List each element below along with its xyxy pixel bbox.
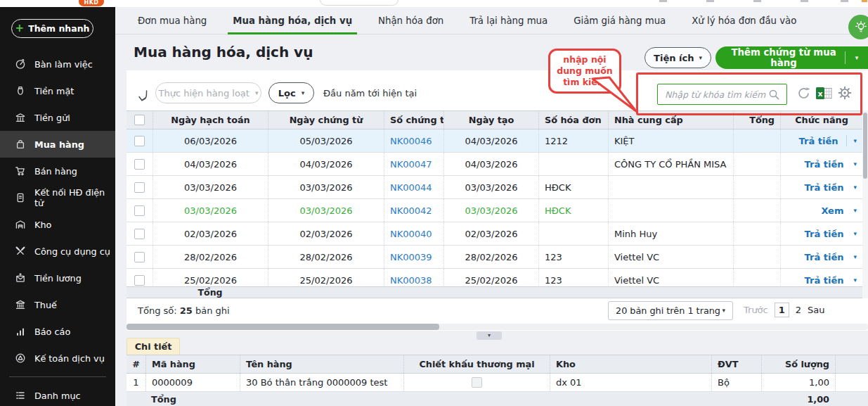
refresh-icon[interactable] xyxy=(796,86,811,103)
select-all-checkbox[interactable] xyxy=(134,115,145,125)
row-action-caret[interactable]: ▾ xyxy=(853,277,857,284)
sidebar-item[interactable]: Báo cáo xyxy=(0,318,115,345)
table-row[interactable]: 02/03/202602/03/2026NK0004002/03/2026Min… xyxy=(127,222,862,246)
supplier-cell: CÔNG TY CỔ PHẦN MISA xyxy=(608,153,733,175)
row-action-link[interactable]: Trả tiền xyxy=(805,182,844,193)
document-number-link[interactable]: NK00047 xyxy=(390,159,432,170)
tab[interactable]: Mua hàng hóa, dịch vụ xyxy=(233,7,352,34)
document-number-cell: NK00040 xyxy=(384,222,443,245)
row-checkbox[interactable] xyxy=(134,136,145,146)
excel-export-icon[interactable]: x xyxy=(816,87,833,101)
add-purchase-document-button[interactable]: Thêm chứng từ mua hàng ▾ xyxy=(715,46,868,69)
row-checkbox[interactable] xyxy=(134,229,145,239)
next-page-button[interactable]: Sau xyxy=(808,305,824,315)
row-checkbox[interactable] xyxy=(134,252,145,262)
row-action-link[interactable]: Trả tiền xyxy=(805,159,844,170)
row-action-caret[interactable]: ▾ xyxy=(853,184,857,191)
row-action-link[interactable]: Trả tiền xyxy=(805,252,844,262)
row-action-caret[interactable]: ▾ xyxy=(853,230,857,237)
prev-page-button[interactable]: Trước xyxy=(744,305,768,315)
action-cell: Trả tiền▾ xyxy=(780,269,862,286)
row-action-caret[interactable]: ▾ xyxy=(853,160,857,167)
sidebar-item[interactable]: Danh mục xyxy=(0,382,115,406)
vertical-scrollbar-thumb[interactable] xyxy=(863,113,867,179)
trade-discount-cell xyxy=(403,374,550,391)
batch-actions-button[interactable]: Thực hiện hàng loạt ▾ xyxy=(155,82,261,103)
sidebar-item[interactable]: Bán hàng xyxy=(0,158,115,184)
detail-row[interactable]: 1000000930 Bó thân trắng 0000009 testdx … xyxy=(127,374,868,392)
table-row[interactable]: 04/03/202604/03/2026NK0004704/03/2026CÔN… xyxy=(127,153,862,176)
sidebar-item[interactable]: Kế toán dịch vụ xyxy=(0,345,115,372)
tab[interactable]: Đơn mua hàng xyxy=(138,7,207,34)
tab[interactable]: Trả lại hàng mua xyxy=(469,7,548,34)
table-row[interactable]: 06/03/202605/03/2026NK0004604/03/2026121… xyxy=(127,129,862,153)
row-checkbox[interactable] xyxy=(134,159,145,170)
sidebar-item[interactable]: Thuế xyxy=(0,291,115,318)
item-name-cell: 30 Bó thân trắng 0000009 test xyxy=(240,374,403,391)
top-icon-sliver xyxy=(659,0,667,2)
table-row[interactable]: 03/03/202603/03/2026NK0004203/03/2026HĐC… xyxy=(127,199,862,222)
row-action-link[interactable]: Trả tiền xyxy=(805,275,844,286)
table-row[interactable]: 03/03/202603/03/2026NK0004403/03/2026HĐC… xyxy=(127,176,862,199)
export-download-icon[interactable] xyxy=(137,89,150,107)
tab[interactable]: Nhận hóa đơn xyxy=(378,7,443,34)
utilities-button[interactable]: Tiện ích ▾ xyxy=(644,47,711,68)
sidebar-item[interactable]: Công cụ dụng cụ xyxy=(0,238,115,265)
row-action-caret[interactable]: ▾ xyxy=(853,253,857,260)
pager: Trước 1 2 Sau xyxy=(744,303,824,317)
document-number-link[interactable]: NK00040 xyxy=(390,229,432,239)
tab[interactable]: Xử lý hóa đơn đầu vào xyxy=(692,7,796,34)
document-number-link[interactable]: NK00044 xyxy=(390,182,432,193)
sidebar-item[interactable]: Kết nối HĐ điện tử xyxy=(0,184,115,211)
detail-summary-spacer xyxy=(240,392,403,406)
document-number-link[interactable]: NK00038 xyxy=(390,275,432,286)
annotation-callout: nhập nội dung muốn tìm kiềm xyxy=(548,49,621,94)
document-date-cell: 05/03/2026 xyxy=(268,129,384,152)
table-row[interactable]: 25/02/202625/02/2026NK0003825/02/2026123… xyxy=(127,269,862,286)
document-number-link[interactable]: NK00046 xyxy=(390,136,432,146)
sidebar-item[interactable]: Tiền mặt xyxy=(0,77,115,104)
document-number-link[interactable]: NK00042 xyxy=(390,205,432,216)
sidebar-item[interactable]: Kho xyxy=(0,211,115,238)
gear-icon[interactable] xyxy=(838,86,852,102)
sidebar-item[interactable]: Bàn làm việc xyxy=(0,51,115,77)
table-row[interactable]: 28/02/202628/02/2026NK0003928/02/2026123… xyxy=(127,246,862,269)
row-checkbox[interactable] xyxy=(134,205,145,216)
column-header: Ngày tạo xyxy=(443,111,538,129)
row-checkbox-cell xyxy=(127,199,153,222)
trade-discount-checkbox[interactable] xyxy=(472,377,482,388)
row-action-caret[interactable]: ▾ xyxy=(853,137,857,144)
filter-button[interactable]: Lọc ▾ xyxy=(268,82,314,103)
page-2-button[interactable]: 2 xyxy=(796,305,801,315)
horizontal-scrollbar[interactable] xyxy=(127,324,868,330)
quick-add-button[interactable]: + Thêm nhanh xyxy=(11,19,93,38)
vertical-scrollbar[interactable] xyxy=(862,110,868,298)
tab[interactable]: Giảm giá hàng mua xyxy=(574,7,666,34)
top-icon-sliver xyxy=(841,0,848,2)
detail-collapse-button[interactable]: ▾ xyxy=(477,331,502,340)
tab-label: Mua hàng hóa, dịch vụ xyxy=(233,15,352,26)
detail-column-header xyxy=(835,355,868,373)
horizontal-scrollbar-thumb[interactable] xyxy=(127,324,439,330)
chevron-down-icon[interactable]: ▾ xyxy=(846,54,868,61)
sidebar-item[interactable]: Tiền gửi xyxy=(0,104,115,131)
row-checkbox[interactable] xyxy=(134,182,145,193)
row-action-link[interactable]: Trả tiền xyxy=(799,136,838,146)
row-action-link[interactable]: Xem xyxy=(821,205,843,216)
search-input[interactable] xyxy=(657,84,787,105)
detail-column-header: Số lượng xyxy=(761,355,835,373)
detail-tab[interactable]: Chi tiết xyxy=(127,338,180,355)
row-action-link[interactable]: Trả tiền xyxy=(805,229,844,239)
help-lightbulb-icon[interactable] xyxy=(848,15,868,39)
main-area: Đơn mua hàngMua hàng hóa, dịch vụNhận hó… xyxy=(115,7,868,406)
sidebar: + Thêm nhanh Bàn làm việcTiền mặtTiền gử… xyxy=(0,7,115,406)
detail-summary-row: Tổng1,00 xyxy=(127,392,868,406)
sidebar-divider xyxy=(9,376,106,377)
row-action-caret[interactable]: ▾ xyxy=(853,207,857,214)
sidebar-item[interactable]: Tiền lương xyxy=(0,265,115,291)
sidebar-item[interactable]: Mua hàng xyxy=(0,131,115,158)
page-size-select[interactable]: 20 bản ghi trên 1 trang ▾ xyxy=(608,301,733,320)
page-1-button[interactable]: 1 xyxy=(775,303,789,317)
document-number-link[interactable]: NK00039 xyxy=(390,252,432,262)
row-checkbox[interactable] xyxy=(134,275,145,286)
